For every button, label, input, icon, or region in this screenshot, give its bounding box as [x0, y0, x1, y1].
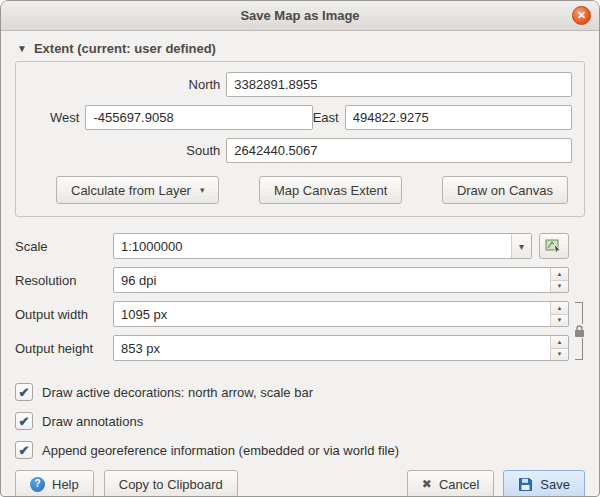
- lock-aspect-ratio-toggle[interactable]: [573, 302, 585, 360]
- save-label: Save: [540, 477, 570, 492]
- check-icon: ✔: [19, 415, 30, 428]
- extent-buttons-row: Calculate from Layer ▾ Map Canvas Extent…: [56, 176, 568, 204]
- draw-on-canvas-button[interactable]: Draw on Canvas: [442, 176, 568, 204]
- map-canvas-extent-label: Map Canvas Extent: [274, 183, 387, 198]
- extent-frame: North West East South Calculate from Lay…: [15, 61, 585, 217]
- scale-label: Scale: [15, 239, 113, 254]
- dialog-footer: ? Help Copy to Clipboard ✖ Cancel Save: [15, 470, 585, 497]
- south-input[interactable]: [226, 138, 572, 163]
- output-settings: Scale ▾ Resolution: [15, 233, 585, 369]
- resolution-spin-arrows: ▲ ▼: [550, 268, 568, 292]
- scale-row: Scale ▾: [15, 233, 569, 259]
- append-georeference-label: Append georeference information (embedde…: [42, 443, 399, 458]
- cancel-button[interactable]: ✖ Cancel: [407, 470, 495, 497]
- output-width-spinbox[interactable]: ▲ ▼: [113, 301, 569, 327]
- spin-up-button[interactable]: ▲: [551, 268, 568, 281]
- output-height-input[interactable]: [114, 336, 550, 360]
- check-icon: ✔: [19, 444, 30, 457]
- collapse-icon: ▼: [17, 43, 27, 54]
- calculate-from-layer-button[interactable]: Calculate from Layer ▾: [56, 176, 219, 204]
- spin-down-icon: ▼: [557, 283, 563, 289]
- cancel-label: Cancel: [439, 477, 479, 492]
- spin-up-icon: ▲: [557, 339, 563, 345]
- output-width-label: Output width: [15, 307, 113, 322]
- output-width-spin-arrows: ▲ ▼: [550, 302, 568, 326]
- help-icon: ?: [30, 477, 45, 492]
- spin-down-button[interactable]: ▼: [551, 281, 568, 293]
- spin-up-button[interactable]: ▲: [551, 336, 568, 349]
- copy-to-clipboard-label: Copy to Clipboard: [119, 477, 223, 492]
- cancel-icon: ✖: [422, 478, 432, 490]
- resolution-input[interactable]: [114, 268, 550, 292]
- scale-combobox[interactable]: ▾: [113, 233, 532, 259]
- spin-down-button[interactable]: ▼: [551, 349, 568, 361]
- check-icon: ✔: [19, 386, 30, 399]
- dropdown-arrow-icon: ▾: [200, 185, 205, 195]
- north-input[interactable]: [226, 72, 572, 97]
- scale-dropdown-button[interactable]: ▾: [511, 234, 531, 258]
- append-georeference-checkbox[interactable]: ✔: [15, 441, 33, 459]
- west-label: West: [50, 110, 79, 125]
- spin-up-icon: ▲: [557, 305, 563, 311]
- east-label: East: [313, 110, 339, 125]
- output-width-input[interactable]: [114, 302, 550, 326]
- output-height-spin-arrows: ▲ ▼: [550, 336, 568, 360]
- extent-west-east-row: West East: [28, 105, 572, 130]
- extent-north-row: North: [28, 72, 572, 97]
- output-height-spinbox[interactable]: ▲ ▼: [113, 335, 569, 361]
- resolution-spinbox[interactable]: ▲ ▼: [113, 267, 569, 293]
- north-label: North: [180, 77, 220, 92]
- copy-to-clipboard-button[interactable]: Copy to Clipboard: [104, 470, 238, 497]
- extent-group-header[interactable]: ▼ Extent (current: user defined): [17, 41, 585, 56]
- set-scale-from-canvas-button[interactable]: [539, 233, 569, 259]
- help-button[interactable]: ? Help: [15, 470, 94, 497]
- window-title: Save Map as Image: [240, 8, 359, 23]
- spin-down-icon: ▼: [557, 317, 563, 323]
- close-button[interactable]: ✕: [572, 6, 591, 25]
- save-button[interactable]: Save: [503, 470, 585, 497]
- spin-down-icon: ▼: [557, 351, 563, 357]
- draw-decorations-option[interactable]: ✔ Draw active decorations: north arrow, …: [15, 383, 585, 401]
- west-input[interactable]: [85, 105, 312, 130]
- resolution-row: Resolution ▲ ▼: [15, 267, 569, 293]
- resolution-label: Resolution: [15, 273, 113, 288]
- chevron-down-icon: ▾: [519, 241, 524, 252]
- draw-decorations-label: Draw active decorations: north arrow, sc…: [42, 385, 313, 400]
- draw-annotations-option[interactable]: ✔ Draw annotations: [15, 412, 585, 430]
- output-height-row: Output height ▲ ▼: [15, 335, 569, 361]
- spin-down-button[interactable]: ▼: [551, 315, 568, 327]
- output-height-label: Output height: [15, 341, 113, 356]
- extent-group-title: Extent (current: user defined): [34, 41, 216, 56]
- append-georeference-option[interactable]: ✔ Append georeference information (embed…: [15, 441, 585, 459]
- map-canvas-extent-button[interactable]: Map Canvas Extent: [259, 176, 402, 204]
- extent-south-row: South: [28, 138, 572, 163]
- east-input[interactable]: [345, 105, 572, 130]
- save-map-as-image-dialog: Save Map as Image ✕ ▼ Extent (current: u…: [0, 0, 600, 497]
- draw-annotations-checkbox[interactable]: ✔: [15, 412, 33, 430]
- scale-input[interactable]: [114, 234, 511, 258]
- spin-up-button[interactable]: ▲: [551, 302, 568, 315]
- options-section: ✔ Draw active decorations: north arrow, …: [15, 383, 585, 470]
- close-icon: ✕: [577, 10, 586, 21]
- draw-annotations-label: Draw annotations: [42, 414, 143, 429]
- south-label: South: [180, 143, 220, 158]
- calculate-from-layer-label: Calculate from Layer: [71, 183, 191, 198]
- output-width-row: Output width ▲ ▼: [15, 301, 569, 327]
- lock-icon: [573, 324, 586, 338]
- map-scale-picker-icon: [545, 237, 563, 255]
- spin-up-icon: ▲: [557, 271, 563, 277]
- draw-on-canvas-label: Draw on Canvas: [457, 183, 553, 198]
- titlebar[interactable]: Save Map as Image ✕: [1, 1, 599, 31]
- draw-decorations-checkbox[interactable]: ✔: [15, 383, 33, 401]
- dialog-body: ▼ Extent (current: user defined) North W…: [1, 31, 599, 497]
- help-label: Help: [52, 477, 79, 492]
- save-icon: [518, 477, 533, 492]
